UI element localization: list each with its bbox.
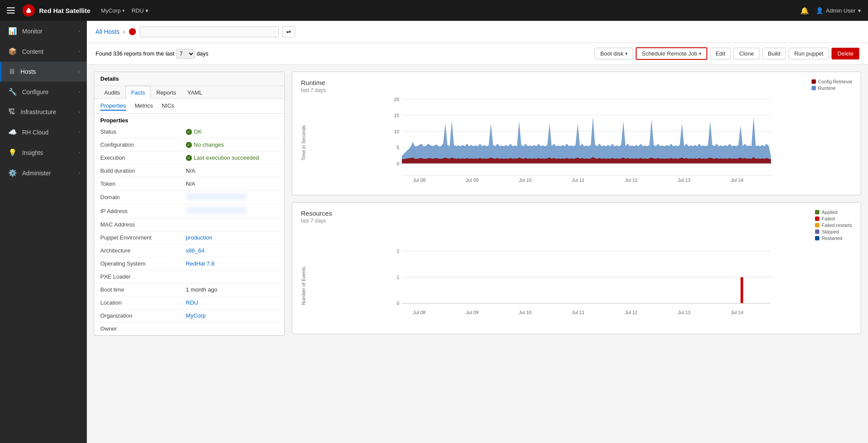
sidebar-item-label-hosts: Hosts: [20, 68, 36, 75]
prop-value-boot-time: 1 month ago: [180, 283, 284, 296]
administer-chevron-icon: ›: [79, 171, 80, 175]
delete-button[interactable]: Delete: [832, 48, 859, 59]
table-row: Status OK: [94, 125, 284, 138]
table-row: Puppet Environment production: [94, 231, 284, 244]
location-link[interactable]: RDU: [186, 299, 198, 306]
table-row: Domain: [94, 190, 284, 204]
content-area: All Hosts › ⇌ Found 336 reports from the…: [87, 21, 868, 443]
os-link[interactable]: RedHat 7.8: [186, 260, 215, 267]
legend-skipped-label: Skipped: [822, 229, 839, 234]
legend-config-retrieval: Config Retrieval: [812, 79, 852, 84]
svg-text:1: 1: [396, 275, 399, 280]
sidebar-item-insights[interactable]: 💡 Insights ›: [0, 142, 87, 163]
build-button[interactable]: Build: [762, 48, 786, 59]
sidebar-item-administer[interactable]: ⚙️ Administer ›: [0, 163, 87, 183]
legend-runtime-dot: [812, 86, 816, 90]
puppet-env-link[interactable]: production: [186, 234, 212, 241]
sidebar-item-infrastructure[interactable]: 🏗 Infrastructure ›: [0, 102, 87, 122]
prop-label-token: Token: [94, 177, 180, 190]
insights-icon: 💡: [8, 148, 17, 157]
table-row: Owner: [94, 322, 284, 335]
prop-value-org: MyCorp: [180, 309, 284, 322]
boot-disk-label: Boot disk: [600, 50, 623, 57]
sidebar-item-rh-cloud[interactable]: ☁️ RH Cloud ›: [0, 122, 87, 142]
svg-text:Jul 13: Jul 13: [678, 177, 690, 183]
org-link[interactable]: MyCorp: [186, 312, 206, 319]
org-chevron-icon: ▾: [122, 8, 125, 13]
sidebar-item-content[interactable]: 📦 Content ›: [0, 41, 87, 62]
legend-failed-restarts: Failed restarts: [815, 223, 852, 228]
user-menu[interactable]: 👤 Admin User ▾: [816, 7, 861, 14]
table-row: Organization MyCorp: [94, 309, 284, 322]
svg-text:Jul 09: Jul 09: [466, 177, 479, 183]
svg-text:Jul 09: Jul 09: [466, 310, 479, 315]
svg-text:0: 0: [396, 301, 399, 306]
tab-yaml[interactable]: YAML: [182, 86, 208, 99]
resources-chart-subtitle: last 7 days: [301, 218, 332, 224]
main-layout: 📊 Monitor › 📦 Content › 🖥 Hosts › 🔧 Conf…: [0, 21, 868, 443]
org-selector[interactable]: MyCorp ▾: [101, 7, 125, 14]
legend-applied-label: Applied: [822, 210, 838, 215]
brand-logo: Red Hat Satellite: [22, 3, 90, 17]
legend-restarted: Restarted: [815, 236, 852, 241]
table-row: Architecture x86_64: [94, 244, 284, 257]
prop-label-execution: Execution: [94, 151, 180, 164]
sidebar-item-label-configure: Configure: [22, 89, 49, 95]
sidebar-item-label-content: Content: [22, 48, 43, 55]
breadcrumb-separator: ›: [123, 28, 125, 35]
architecture-link[interactable]: x86_64: [186, 247, 205, 254]
resources-chart-legend: Applied Failed Failed restarts: [815, 210, 852, 241]
sub-tab-nics[interactable]: NICs: [162, 102, 174, 111]
svg-text:2: 2: [396, 249, 399, 254]
sub-tab-properties[interactable]: Properties: [100, 102, 126, 111]
notifications-bell[interactable]: 🔔: [800, 7, 809, 15]
configure-chevron-icon: ›: [79, 89, 80, 94]
hosts-icon: 🖥: [8, 68, 15, 75]
schedule-remote-job-button[interactable]: Schedule Remote Job ▾: [636, 47, 707, 60]
days-selector[interactable]: 7 14 30: [176, 49, 195, 59]
host-search-input[interactable]: [140, 26, 279, 37]
runtime-chart-box: Runtime last 7 days Config Retrieval Run…: [292, 72, 861, 195]
filter-button[interactable]: ⇌: [282, 26, 295, 37]
legend-applied: Applied: [815, 210, 852, 215]
right-panel: Runtime last 7 days Config Retrieval Run…: [292, 72, 861, 436]
sidebar-item-hosts[interactable]: 🖥 Hosts ›: [0, 62, 87, 82]
runtime-chart-subtitle: last 7 days: [301, 87, 326, 93]
status-ok-badge: OK: [186, 128, 278, 135]
tab-reports[interactable]: Reports: [151, 86, 182, 99]
location-selector[interactable]: RDU ▾: [132, 7, 149, 14]
sidebar-item-monitor[interactable]: 📊 Monitor ›: [0, 21, 87, 41]
clone-button[interactable]: Clone: [733, 48, 759, 59]
sidebar-item-configure[interactable]: 🔧 Configure ›: [0, 82, 87, 102]
prop-label-mac: MAC Address: [94, 218, 180, 231]
legend-config-retrieval-label: Config Retrieval: [818, 79, 852, 84]
table-row: Token N/A: [94, 177, 284, 190]
prop-value-ip: [180, 204, 284, 218]
sidebar-item-label-infrastructure: Infrastructure: [20, 108, 56, 115]
run-puppet-button[interactable]: Run puppet: [789, 48, 829, 59]
all-hosts-breadcrumb[interactable]: All Hosts: [96, 28, 119, 35]
edit-button[interactable]: Edit: [710, 48, 731, 59]
sidebar-item-label-rh-cloud: RH Cloud: [22, 129, 49, 136]
legend-skipped-dot: [815, 230, 819, 234]
resources-chart-wrapper: Number of Events 2 1 0: [301, 243, 852, 329]
content-header: All Hosts › ⇌: [87, 21, 868, 43]
sub-tab-metrics[interactable]: Metrics: [135, 102, 153, 111]
hamburger-menu[interactable]: [7, 7, 15, 13]
legend-failed: Failed: [815, 216, 852, 221]
prop-value-owner: [180, 322, 284, 335]
reports-info: Found 336 reports from the last 7 14 30 …: [96, 49, 208, 59]
boot-disk-button[interactable]: Boot disk ▾: [594, 48, 633, 59]
tab-facts[interactable]: Facts: [125, 86, 151, 99]
org-name: MyCorp: [101, 7, 121, 14]
rh-cloud-icon: ☁️: [8, 128, 17, 136]
svg-text:10: 10: [394, 129, 399, 134]
toolbar-actions: Boot disk ▾ Schedule Remote Job ▾ Edit C…: [594, 47, 859, 60]
details-tabs: Audits Facts Reports YAML: [94, 86, 284, 99]
infrastructure-chevron-icon: ›: [79, 110, 80, 115]
status-no-changes-badge: No changes: [186, 141, 278, 148]
prop-value-status: OK: [180, 125, 284, 138]
monitor-icon: 📊: [8, 27, 17, 35]
properties-section-header: Properties: [94, 114, 284, 125]
tab-audits[interactable]: Audits: [99, 86, 125, 99]
